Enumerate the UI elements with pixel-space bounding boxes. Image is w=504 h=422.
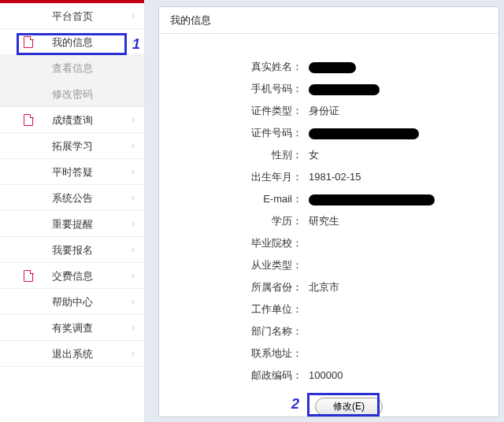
field-value bbox=[309, 78, 491, 100]
field-label: 所属省份： bbox=[167, 276, 309, 298]
field-row: 联系地址： bbox=[167, 342, 491, 365]
redacted-value bbox=[309, 128, 419, 139]
sidebar-item-10[interactable]: 交费信息› bbox=[0, 263, 144, 289]
sidebar-item-2[interactable]: 查看信息 bbox=[0, 55, 144, 81]
redacted-value bbox=[309, 62, 356, 73]
sidebar-item-13[interactable]: 退出系统› bbox=[0, 341, 144, 367]
field-row: E-mail： bbox=[167, 188, 491, 210]
edit-button[interactable]: 修改(E) bbox=[315, 398, 383, 416]
document-icon bbox=[24, 270, 35, 281]
field-label: 邮政编码： bbox=[167, 365, 309, 387]
sidebar-item-label: 修改密码 bbox=[52, 81, 93, 107]
field-label: E-mail： bbox=[167, 188, 309, 210]
field-label: 手机号码： bbox=[167, 78, 309, 100]
field-row: 学历：研究生 bbox=[167, 210, 491, 232]
field-label: 学历： bbox=[167, 210, 309, 232]
field-label: 性别： bbox=[167, 144, 309, 166]
sidebar-item-9[interactable]: 我要报名› bbox=[0, 237, 144, 263]
field-value bbox=[309, 254, 491, 276]
field-value bbox=[309, 56, 491, 78]
sidebar-item-label: 退出系统 bbox=[52, 341, 93, 367]
field-label: 真实姓名： bbox=[167, 56, 309, 78]
field-label: 证件号码： bbox=[167, 122, 309, 144]
sidebar-item-8[interactable]: 重要提醒› bbox=[0, 211, 144, 237]
field-label: 证件类型： bbox=[167, 100, 309, 122]
field-value bbox=[309, 188, 491, 210]
sidebar-item-label: 帮助中心 bbox=[52, 289, 93, 315]
field-label: 联系地址： bbox=[167, 342, 309, 365]
chevron-right-icon: › bbox=[132, 289, 135, 315]
field-label: 部门名称： bbox=[167, 320, 309, 342]
sidebar-item-6[interactable]: 平时答疑› bbox=[0, 159, 144, 185]
field-row: 部门名称： bbox=[167, 320, 491, 342]
info-form: 真实姓名：手机号码：证件类型：身份证证件号码：性别：女出生年月：1981-02-… bbox=[159, 34, 498, 422]
field-value: 北京市 bbox=[309, 276, 491, 298]
field-row: 从业类型： bbox=[167, 254, 491, 276]
field-value: 身份证 bbox=[309, 100, 491, 122]
sidebar-item-4[interactable]: 成绩查询› bbox=[0, 107, 144, 133]
field-label: 出生年月： bbox=[167, 166, 309, 188]
annotation-2: 2 bbox=[291, 396, 299, 413]
field-label: 工作单位： bbox=[167, 298, 309, 320]
chevron-right-icon: › bbox=[132, 107, 135, 133]
field-label: 毕业院校： bbox=[167, 232, 309, 254]
document-icon bbox=[24, 114, 35, 125]
sidebar-item-11[interactable]: 帮助中心› bbox=[0, 289, 144, 315]
field-value bbox=[309, 298, 491, 320]
chevron-right-icon: › bbox=[132, 263, 135, 289]
field-value: 100000 bbox=[309, 365, 491, 387]
redacted-value bbox=[309, 194, 435, 205]
chevron-right-icon: › bbox=[132, 211, 135, 237]
field-row: 所属省份：北京市 bbox=[167, 276, 491, 298]
sidebar-item-label: 交费信息 bbox=[52, 263, 93, 289]
sidebar-item-0[interactable]: 平台首页› bbox=[0, 3, 144, 29]
field-value bbox=[309, 342, 491, 365]
field-row: 性别：女 bbox=[167, 144, 491, 166]
sidebar-item-12[interactable]: 有奖调查› bbox=[0, 315, 144, 341]
sidebar-item-label: 有奖调查 bbox=[52, 315, 93, 341]
redacted-value bbox=[309, 84, 380, 95]
annotation-1: 1 bbox=[132, 36, 140, 53]
sidebar-item-label: 成绩查询 bbox=[52, 107, 93, 133]
field-row: 真实姓名： bbox=[167, 56, 491, 78]
chevron-right-icon: › bbox=[132, 341, 135, 367]
document-icon bbox=[24, 36, 35, 47]
sidebar-item-label: 平时答疑 bbox=[52, 159, 93, 185]
sidebar-item-7[interactable]: 系统公告› bbox=[0, 185, 144, 211]
sidebar: 平台首页›我的信息›查看信息修改密码成绩查询›拓展学习›平时答疑›系统公告›重要… bbox=[0, 0, 144, 422]
chevron-right-icon: › bbox=[132, 185, 135, 211]
field-value bbox=[309, 232, 491, 254]
field-value: 研究生 bbox=[309, 210, 491, 232]
field-row: 证件号码： bbox=[167, 122, 491, 144]
field-row: 手机号码： bbox=[167, 78, 491, 100]
sidebar-item-label: 拓展学习 bbox=[52, 133, 93, 159]
page-title: 我的信息 bbox=[159, 7, 498, 34]
field-value: 1981-02-15 bbox=[309, 166, 491, 188]
sidebar-item-label: 系统公告 bbox=[52, 185, 93, 211]
sidebar-item-3[interactable]: 修改密码 bbox=[0, 81, 144, 107]
field-row: 证件类型：身份证 bbox=[167, 100, 491, 122]
chevron-right-icon: › bbox=[132, 159, 135, 185]
sidebar-item-label: 我要报名 bbox=[52, 237, 93, 263]
field-row: 邮政编码：100000 bbox=[167, 365, 491, 387]
sidebar-item-label: 平台首页 bbox=[52, 3, 93, 29]
field-value bbox=[309, 122, 491, 144]
sidebar-item-5[interactable]: 拓展学习› bbox=[0, 133, 144, 159]
chevron-right-icon: › bbox=[132, 133, 135, 159]
field-value bbox=[309, 320, 491, 342]
content-panel: 我的信息 真实姓名：手机号码：证件类型：身份证证件号码：性别：女出生年月：198… bbox=[158, 6, 499, 417]
chevron-right-icon: › bbox=[132, 315, 135, 341]
sidebar-item-1[interactable]: 我的信息› bbox=[0, 29, 144, 55]
sidebar-item-label: 我的信息 bbox=[52, 29, 93, 55]
sidebar-item-label: 重要提醒 bbox=[52, 211, 93, 237]
chevron-right-icon: › bbox=[132, 237, 135, 263]
field-row: 工作单位： bbox=[167, 298, 491, 320]
field-row: 毕业院校： bbox=[167, 232, 491, 254]
chevron-right-icon: › bbox=[132, 3, 135, 29]
field-label: 从业类型： bbox=[167, 254, 309, 276]
field-value: 女 bbox=[309, 144, 491, 166]
sidebar-item-label: 查看信息 bbox=[52, 55, 93, 81]
field-row: 出生年月：1981-02-15 bbox=[167, 166, 491, 188]
